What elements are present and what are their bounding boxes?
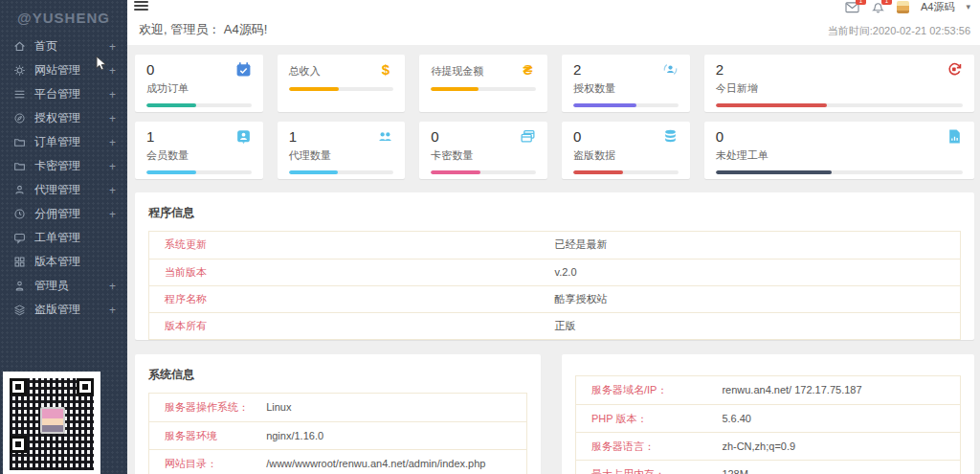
- sidebar-item-cardkeys[interactable]: 卡密管理 +: [0, 154, 127, 178]
- expand-plus-icon[interactable]: +: [109, 40, 127, 54]
- topbar-icons: 1 1 A4源码 ▾: [845, 0, 970, 13]
- mail-icon[interactable]: 1: [845, 1, 859, 13]
- progress-track: [716, 103, 963, 107]
- table-row: 服务器域名/IP： renwu.an4.net/ 172.17.75.187: [576, 376, 960, 404]
- progress-track: [289, 87, 394, 91]
- stat-card-authorizations[interactable]: 2 授权数量: [562, 55, 690, 112]
- progress-track: [573, 170, 679, 174]
- sidebar-item-platform[interactable]: 平台管理 +: [0, 82, 127, 106]
- progress-fill: [289, 87, 340, 91]
- sidebar-item-orders[interactable]: 订单管理 +: [0, 130, 127, 154]
- system-info-table: 服务器操作系统： Linux 服务器环境 nginx/1.16.0 网站目录： …: [148, 393, 527, 474]
- progress-track: [716, 170, 963, 174]
- progress-fill: [146, 170, 196, 174]
- sidebar-item-authorization[interactable]: 授权管理 +: [0, 106, 127, 130]
- main-area: 1 1 A4源码 ▾ 欢迎, 管理员： A4源码! 当前时间:2020-02-2…: [127, 0, 980, 474]
- row-label: 网站目录：: [149, 450, 266, 474]
- progress-fill: [716, 170, 832, 174]
- sidebar-item-website[interactable]: 网站管理 +: [0, 58, 127, 82]
- brand-logo: @YUSHENG: [0, 0, 127, 25]
- stat-card-cardkeys-count[interactable]: 0 卡密数量: [419, 122, 547, 179]
- expand-plus-icon[interactable]: +: [109, 208, 127, 221]
- stat-card-total-income[interactable]: 总收入 $: [278, 55, 406, 112]
- expand-plus-icon[interactable]: +: [109, 304, 127, 317]
- stat-value: 2: [716, 61, 963, 78]
- menu-toggle-icon[interactable]: [134, 1, 148, 12]
- sidebar-item-administrators[interactable]: 管理员 +: [0, 274, 127, 298]
- row-label: 当前版本: [149, 260, 555, 285]
- sidebar-item-agents[interactable]: 代理管理 +: [0, 178, 127, 202]
- progress-track: [146, 103, 252, 107]
- qr-pattern: [10, 378, 94, 470]
- table-row: 版本所有 正版: [149, 312, 960, 339]
- stat-card-members[interactable]: 1 会员数量: [135, 122, 263, 179]
- table-row: 网站目录： /www/wwwroot/renwu.an4.net/admin/i…: [149, 449, 526, 474]
- row-label: 服务器环境: [149, 422, 266, 449]
- layers-icon: [12, 304, 26, 317]
- user-menu[interactable]: A4源码: [921, 0, 954, 14]
- stat-card-success-orders[interactable]: 0 成功订单: [135, 55, 263, 112]
- row-value: Linux: [266, 394, 291, 421]
- stat-label: 授权数量: [573, 81, 679, 96]
- progress-fill: [573, 170, 623, 174]
- table-row: 服务器操作系统： Linux: [149, 394, 526, 421]
- qr-center-avatar: [40, 407, 65, 434]
- stat-label: 代理数量: [289, 148, 394, 163]
- row-value: zh-CN,zh;q=0.9: [722, 433, 795, 460]
- bell-badge: 1: [881, 0, 892, 5]
- expand-plus-icon[interactable]: +: [109, 160, 127, 173]
- bell-icon[interactable]: 1: [871, 1, 885, 13]
- row-label: 最大占用内存：: [576, 461, 722, 474]
- progress-track: [431, 87, 536, 91]
- panel-title: 系统信息: [135, 354, 541, 393]
- progress-fill: [431, 87, 478, 91]
- panel-title: 程序信息: [135, 192, 974, 231]
- user-avatar[interactable]: [897, 1, 909, 13]
- user-sync-icon: [662, 61, 679, 78]
- mouse-cursor: [96, 56, 108, 76]
- row-value: nginx/1.16.0: [266, 422, 323, 449]
- expand-plus-icon[interactable]: +: [109, 280, 127, 293]
- stat-card-pending-withdrawal[interactable]: 待提现金额 ₴: [419, 55, 547, 112]
- table-row: 服务器语言： zh-CN,zh;q=0.9: [576, 432, 960, 460]
- expand-plus-icon[interactable]: +: [109, 64, 127, 78]
- qr-code: [3, 372, 100, 474]
- sidebar: @YUSHENG 首页 + 网站管理 + 平台管理 + 授权管理 +: [0, 0, 127, 474]
- stat-card-open-tickets[interactable]: 0 未处理工单: [704, 122, 974, 179]
- table-row: 系统更新 已经是最新: [149, 232, 960, 259]
- dollar-icon: $: [377, 61, 393, 78]
- list-icon: [12, 88, 26, 102]
- mail-badge: 1: [856, 0, 866, 5]
- expand-plus-icon[interactable]: +: [109, 136, 127, 149]
- stat-label: 卡密数量: [431, 148, 536, 163]
- expand-plus-icon[interactable]: +: [109, 112, 127, 125]
- stat-label: 未处理工单: [716, 148, 963, 163]
- calendar-check-icon: [235, 61, 252, 78]
- row-value: 正版: [555, 313, 576, 339]
- current-time: 当前时间:2020-02-21 02:53:56: [828, 24, 970, 38]
- stat-card-new-today[interactable]: 2 今日新增: [704, 55, 974, 112]
- stat-card-piracy-data[interactable]: 0 盗版数据: [562, 122, 690, 179]
- sidebar-item-versions[interactable]: 版本管理: [0, 250, 127, 274]
- sidebar-item-home[interactable]: 首页 +: [0, 34, 127, 58]
- progress-track: [431, 170, 536, 174]
- stat-card-agents-count[interactable]: 1 代理数量: [278, 122, 406, 179]
- system-info-panel: 系统信息 服务器操作系统： Linux 服务器环境 nginx/1.16.0 网…: [135, 354, 541, 474]
- progress-track: [573, 103, 679, 107]
- sidebar-item-tickets[interactable]: 工单管理: [0, 226, 127, 250]
- row-value: 酷享授权站: [555, 286, 608, 312]
- server-info-table: 服务器域名/IP： renwu.an4.net/ 172.17.75.187 P…: [575, 375, 961, 474]
- expand-plus-icon[interactable]: +: [109, 88, 127, 102]
- stat-label: 成功订单: [146, 81, 252, 96]
- refresh-icon: [947, 61, 963, 78]
- person-icon: [12, 280, 26, 293]
- row-value: v.2.0: [555, 260, 577, 285]
- expand-plus-icon[interactable]: +: [109, 184, 127, 197]
- table-row: 程序名称 酷享授权站: [149, 285, 960, 312]
- sidebar-item-commission[interactable]: 分佣管理 +: [0, 202, 127, 226]
- welcome-message: 欢迎, 管理员： A4源码!: [139, 21, 267, 38]
- chevron-down-icon[interactable]: ▾: [966, 2, 970, 11]
- row-value: 已经是最新: [555, 232, 608, 259]
- stat-label: 盗版数据: [573, 148, 679, 163]
- sidebar-item-piracy[interactable]: 盗版管理 +: [0, 298, 127, 322]
